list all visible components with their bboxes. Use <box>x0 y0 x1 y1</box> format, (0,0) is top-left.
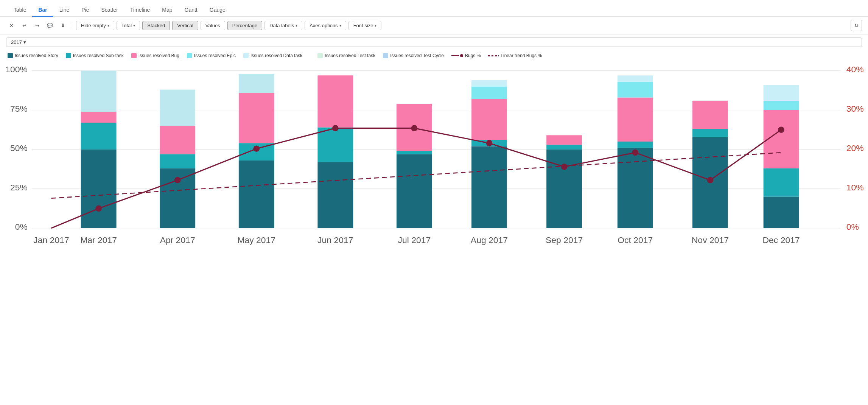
legend-dot-bugs-pct <box>460 54 463 57</box>
svg-rect-37 <box>471 80 507 87</box>
legend-label-story: Issues resolved Story <box>15 53 58 58</box>
svg-rect-21 <box>160 126 195 154</box>
svg-text:50%: 50% <box>10 143 28 153</box>
legend-icon-bugs-pct <box>451 54 463 57</box>
legend-swatch-data-task <box>243 53 249 58</box>
svg-rect-16 <box>81 123 117 150</box>
svg-text:20%: 20% <box>846 143 864 153</box>
svg-rect-43 <box>618 98 653 142</box>
redo-icon[interactable]: ↪ <box>32 20 42 31</box>
refresh-button[interactable]: ↻ <box>851 20 862 31</box>
legend-swatch-test-task <box>317 53 323 58</box>
legend-swatch-test-cycle <box>383 53 388 58</box>
svg-rect-53 <box>764 85 799 101</box>
legend-swatch-story <box>8 53 13 58</box>
svg-text:30%: 30% <box>846 104 864 114</box>
svg-rect-50 <box>764 168 799 197</box>
legend-item-test-task: Issues resolved Test task <box>317 53 375 58</box>
tab-timeline[interactable]: Timeline <box>124 4 156 17</box>
undo-icon[interactable]: ↩ <box>19 20 30 31</box>
svg-text:Dec 2017: Dec 2017 <box>763 235 800 245</box>
vertical-button[interactable]: Vertical <box>172 21 198 30</box>
data-labels-button[interactable]: Data labels▾ <box>264 21 302 30</box>
svg-text:Jan 2017: Jan 2017 <box>33 235 69 245</box>
dot-aug <box>486 140 493 146</box>
bar-jul <box>397 104 432 228</box>
svg-rect-33 <box>471 146 507 228</box>
font-size-button[interactable]: Font size▾ <box>348 21 382 30</box>
tab-line[interactable]: Line <box>53 4 75 17</box>
legend-label-test-task: Issues resolved Test task <box>325 53 375 58</box>
legend-label-trend: Linear trend Bugs % <box>501 53 542 58</box>
svg-text:Nov 2017: Nov 2017 <box>692 235 729 245</box>
bar-sep <box>546 135 582 228</box>
tab-pie[interactable]: Pie <box>75 4 95 17</box>
legend-line-bugs-pct <box>451 55 459 56</box>
chart-toolbar: ✕ ↩ ↪ 💬 ⬇ Hide empty▾ Total▾ Stacked Ver… <box>0 17 868 34</box>
svg-text:May 2017: May 2017 <box>237 235 275 245</box>
chart-svg: 100% 75% 50% 25% 0% 40% 30% 20% 10% 0% <box>0 63 868 260</box>
legend-label-bug: Issues resolved Bug <box>138 53 179 58</box>
tab-gantt[interactable]: Gantt <box>179 4 204 17</box>
svg-rect-22 <box>160 90 195 126</box>
axes-options-button[interactable]: Axes options▾ <box>305 21 346 30</box>
hide-empty-button[interactable]: Hide empty▾ <box>76 21 114 30</box>
bar-aug <box>471 80 507 228</box>
total-button[interactable]: Total▾ <box>117 21 140 30</box>
svg-rect-42 <box>618 142 653 148</box>
svg-rect-35 <box>471 99 507 140</box>
legend-item-test-cycle: Issues resolved Test Cycle <box>383 53 444 58</box>
comment-icon[interactable]: 💬 <box>45 20 55 31</box>
percentage-button[interactable]: Percentage <box>227 21 263 30</box>
svg-text:0%: 0% <box>15 222 28 232</box>
bar-nov <box>692 101 728 228</box>
chart-type-tabs: Table Bar Line Pie Scatter Timeline Map … <box>0 0 868 17</box>
tab-bar[interactable]: Bar <box>32 4 53 17</box>
stacked-button[interactable]: Stacked <box>142 21 170 30</box>
legend-swatch-subtask <box>66 53 71 58</box>
legend-label-bugs-pct: Bugs % <box>465 53 481 58</box>
legend-dashed-trend <box>488 55 499 56</box>
legend-item-data-task: Issues resolved Data task <box>243 53 302 58</box>
legend-item-bug: Issues resolved Bug <box>131 53 179 58</box>
svg-rect-28 <box>317 128 353 162</box>
svg-text:Oct 2017: Oct 2017 <box>618 235 653 245</box>
dot-oct <box>632 150 638 156</box>
legend-swatch-bug <box>131 53 137 58</box>
dot-may <box>253 145 260 152</box>
dot-jul <box>411 125 418 131</box>
values-button[interactable]: Values <box>201 21 225 30</box>
svg-rect-44 <box>618 82 653 98</box>
dot-apr <box>174 177 181 184</box>
svg-text:Jun 2017: Jun 2017 <box>317 235 353 245</box>
bar-apr <box>160 90 195 228</box>
legend-item-trend: Linear trend Bugs % <box>488 53 542 58</box>
main-chart: 100% 75% 50% 25% 0% 40% 30% 20% 10% 0% <box>0 63 868 260</box>
tab-scatter[interactable]: Scatter <box>95 4 124 17</box>
svg-rect-49 <box>764 197 799 228</box>
svg-rect-30 <box>397 154 432 228</box>
svg-text:Sep 2017: Sep 2017 <box>546 235 583 245</box>
legend-label-data-task: Issues resolved Data task <box>250 53 302 58</box>
svg-rect-48 <box>692 101 728 129</box>
bar-jun <box>317 75 353 228</box>
svg-rect-31 <box>397 151 432 154</box>
legend-label-epic: Issues resolved Epic <box>194 53 236 58</box>
svg-rect-15 <box>81 150 117 228</box>
tab-table[interactable]: Table <box>8 4 32 17</box>
svg-text:Mar 2017: Mar 2017 <box>80 235 117 245</box>
svg-text:40%: 40% <box>846 64 864 74</box>
tab-map[interactable]: Map <box>156 4 178 17</box>
svg-text:0%: 0% <box>846 222 859 232</box>
tab-gauge[interactable]: Gauge <box>204 4 232 17</box>
legend-item-bugs-pct: Bugs % <box>451 53 481 58</box>
year-filter-button[interactable]: 2017▾ <box>6 37 862 47</box>
svg-rect-25 <box>239 93 274 143</box>
svg-rect-47 <box>692 129 728 137</box>
svg-text:Aug 2017: Aug 2017 <box>471 235 508 245</box>
svg-rect-52 <box>764 101 799 110</box>
svg-text:Jul 2017: Jul 2017 <box>398 235 431 245</box>
download-icon[interactable]: ⬇ <box>58 20 68 31</box>
close-icon[interactable]: ✕ <box>6 20 17 31</box>
legend-label-test-cycle: Issues resolved Test Cycle <box>390 53 444 58</box>
